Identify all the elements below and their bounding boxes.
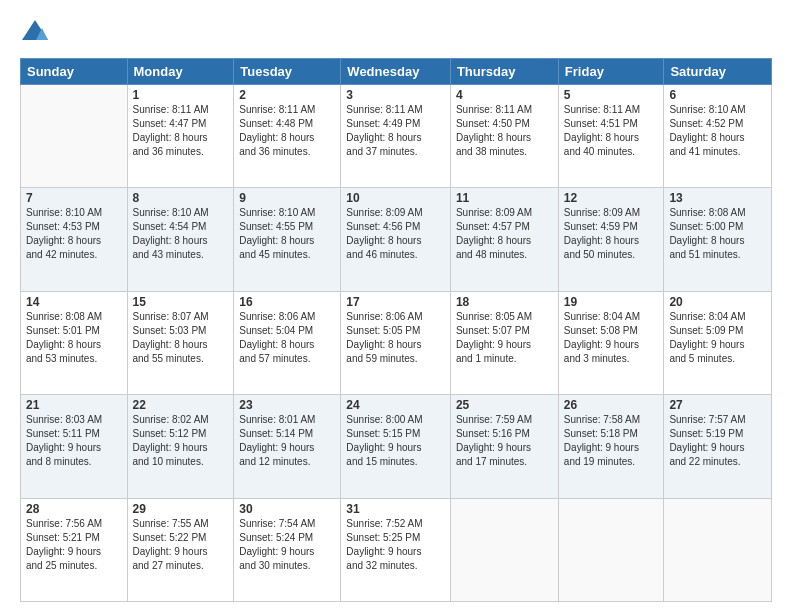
- day-cell: 29Sunrise: 7:55 AM Sunset: 5:22 PM Dayli…: [127, 498, 234, 601]
- day-number: 5: [564, 88, 659, 102]
- day-cell: 31Sunrise: 7:52 AM Sunset: 5:25 PM Dayli…: [341, 498, 451, 601]
- day-number: 12: [564, 191, 659, 205]
- day-info: Sunrise: 8:04 AM Sunset: 5:08 PM Dayligh…: [564, 310, 659, 366]
- day-info: Sunrise: 8:07 AM Sunset: 5:03 PM Dayligh…: [133, 310, 229, 366]
- day-cell: 9Sunrise: 8:10 AM Sunset: 4:55 PM Daylig…: [234, 188, 341, 291]
- day-number: 20: [669, 295, 766, 309]
- day-number: 10: [346, 191, 445, 205]
- day-cell: 26Sunrise: 7:58 AM Sunset: 5:18 PM Dayli…: [558, 395, 664, 498]
- day-number: 8: [133, 191, 229, 205]
- day-cell: [21, 85, 128, 188]
- day-cell: 17Sunrise: 8:06 AM Sunset: 5:05 PM Dayli…: [341, 291, 451, 394]
- day-number: 19: [564, 295, 659, 309]
- day-number: 26: [564, 398, 659, 412]
- day-info: Sunrise: 8:11 AM Sunset: 4:51 PM Dayligh…: [564, 103, 659, 159]
- day-cell: 20Sunrise: 8:04 AM Sunset: 5:09 PM Dayli…: [664, 291, 772, 394]
- day-info: Sunrise: 8:09 AM Sunset: 4:59 PM Dayligh…: [564, 206, 659, 262]
- logo: [20, 18, 54, 48]
- header-cell-thursday: Thursday: [450, 59, 558, 85]
- day-number: 28: [26, 502, 122, 516]
- day-info: Sunrise: 7:54 AM Sunset: 5:24 PM Dayligh…: [239, 517, 335, 573]
- day-info: Sunrise: 8:01 AM Sunset: 5:14 PM Dayligh…: [239, 413, 335, 469]
- day-cell: 7Sunrise: 8:10 AM Sunset: 4:53 PM Daylig…: [21, 188, 128, 291]
- day-cell: 25Sunrise: 7:59 AM Sunset: 5:16 PM Dayli…: [450, 395, 558, 498]
- day-cell: 22Sunrise: 8:02 AM Sunset: 5:12 PM Dayli…: [127, 395, 234, 498]
- day-number: 16: [239, 295, 335, 309]
- day-cell: 14Sunrise: 8:08 AM Sunset: 5:01 PM Dayli…: [21, 291, 128, 394]
- day-info: Sunrise: 8:00 AM Sunset: 5:15 PM Dayligh…: [346, 413, 445, 469]
- day-number: 9: [239, 191, 335, 205]
- day-info: Sunrise: 8:03 AM Sunset: 5:11 PM Dayligh…: [26, 413, 122, 469]
- day-info: Sunrise: 8:09 AM Sunset: 4:57 PM Dayligh…: [456, 206, 553, 262]
- day-number: 13: [669, 191, 766, 205]
- logo-icon: [20, 18, 50, 48]
- day-cell: 27Sunrise: 7:57 AM Sunset: 5:19 PM Dayli…: [664, 395, 772, 498]
- day-cell: 19Sunrise: 8:04 AM Sunset: 5:08 PM Dayli…: [558, 291, 664, 394]
- day-cell: 3Sunrise: 8:11 AM Sunset: 4:49 PM Daylig…: [341, 85, 451, 188]
- day-info: Sunrise: 8:08 AM Sunset: 5:00 PM Dayligh…: [669, 206, 766, 262]
- day-info: Sunrise: 8:11 AM Sunset: 4:47 PM Dayligh…: [133, 103, 229, 159]
- day-cell: 24Sunrise: 8:00 AM Sunset: 5:15 PM Dayli…: [341, 395, 451, 498]
- day-info: Sunrise: 8:10 AM Sunset: 4:54 PM Dayligh…: [133, 206, 229, 262]
- day-number: 31: [346, 502, 445, 516]
- week-row-3: 14Sunrise: 8:08 AM Sunset: 5:01 PM Dayli…: [21, 291, 772, 394]
- day-info: Sunrise: 7:57 AM Sunset: 5:19 PM Dayligh…: [669, 413, 766, 469]
- day-info: Sunrise: 8:10 AM Sunset: 4:53 PM Dayligh…: [26, 206, 122, 262]
- calendar-header: SundayMondayTuesdayWednesdayThursdayFrid…: [21, 59, 772, 85]
- day-number: 29: [133, 502, 229, 516]
- day-cell: 30Sunrise: 7:54 AM Sunset: 5:24 PM Dayli…: [234, 498, 341, 601]
- day-cell: 18Sunrise: 8:05 AM Sunset: 5:07 PM Dayli…: [450, 291, 558, 394]
- day-info: Sunrise: 8:09 AM Sunset: 4:56 PM Dayligh…: [346, 206, 445, 262]
- header-cell-sunday: Sunday: [21, 59, 128, 85]
- week-row-5: 28Sunrise: 7:56 AM Sunset: 5:21 PM Dayli…: [21, 498, 772, 601]
- day-info: Sunrise: 8:04 AM Sunset: 5:09 PM Dayligh…: [669, 310, 766, 366]
- day-info: Sunrise: 8:02 AM Sunset: 5:12 PM Dayligh…: [133, 413, 229, 469]
- calendar-table: SundayMondayTuesdayWednesdayThursdayFrid…: [20, 58, 772, 602]
- week-row-2: 7Sunrise: 8:10 AM Sunset: 4:53 PM Daylig…: [21, 188, 772, 291]
- day-cell: [558, 498, 664, 601]
- week-row-1: 1Sunrise: 8:11 AM Sunset: 4:47 PM Daylig…: [21, 85, 772, 188]
- header-cell-friday: Friday: [558, 59, 664, 85]
- day-number: 7: [26, 191, 122, 205]
- day-info: Sunrise: 7:55 AM Sunset: 5:22 PM Dayligh…: [133, 517, 229, 573]
- day-info: Sunrise: 7:52 AM Sunset: 5:25 PM Dayligh…: [346, 517, 445, 573]
- day-number: 23: [239, 398, 335, 412]
- day-number: 6: [669, 88, 766, 102]
- day-number: 11: [456, 191, 553, 205]
- day-info: Sunrise: 7:56 AM Sunset: 5:21 PM Dayligh…: [26, 517, 122, 573]
- calendar-container: SundayMondayTuesdayWednesdayThursdayFrid…: [0, 0, 792, 612]
- day-cell: 12Sunrise: 8:09 AM Sunset: 4:59 PM Dayli…: [558, 188, 664, 291]
- day-cell: 15Sunrise: 8:07 AM Sunset: 5:03 PM Dayli…: [127, 291, 234, 394]
- day-cell: 23Sunrise: 8:01 AM Sunset: 5:14 PM Dayli…: [234, 395, 341, 498]
- day-info: Sunrise: 8:11 AM Sunset: 4:48 PM Dayligh…: [239, 103, 335, 159]
- day-info: Sunrise: 8:06 AM Sunset: 5:04 PM Dayligh…: [239, 310, 335, 366]
- day-number: 27: [669, 398, 766, 412]
- header-cell-wednesday: Wednesday: [341, 59, 451, 85]
- day-cell: 4Sunrise: 8:11 AM Sunset: 4:50 PM Daylig…: [450, 85, 558, 188]
- day-number: 3: [346, 88, 445, 102]
- day-cell: 2Sunrise: 8:11 AM Sunset: 4:48 PM Daylig…: [234, 85, 341, 188]
- day-number: 14: [26, 295, 122, 309]
- day-number: 17: [346, 295, 445, 309]
- day-number: 2: [239, 88, 335, 102]
- header-cell-monday: Monday: [127, 59, 234, 85]
- day-info: Sunrise: 8:08 AM Sunset: 5:01 PM Dayligh…: [26, 310, 122, 366]
- calendar-body: 1Sunrise: 8:11 AM Sunset: 4:47 PM Daylig…: [21, 85, 772, 602]
- day-cell: 16Sunrise: 8:06 AM Sunset: 5:04 PM Dayli…: [234, 291, 341, 394]
- day-cell: [450, 498, 558, 601]
- day-number: 15: [133, 295, 229, 309]
- day-info: Sunrise: 8:10 AM Sunset: 4:55 PM Dayligh…: [239, 206, 335, 262]
- day-cell: 5Sunrise: 8:11 AM Sunset: 4:51 PM Daylig…: [558, 85, 664, 188]
- day-number: 24: [346, 398, 445, 412]
- day-info: Sunrise: 8:11 AM Sunset: 4:50 PM Dayligh…: [456, 103, 553, 159]
- day-number: 30: [239, 502, 335, 516]
- day-cell: 8Sunrise: 8:10 AM Sunset: 4:54 PM Daylig…: [127, 188, 234, 291]
- day-info: Sunrise: 8:10 AM Sunset: 4:52 PM Dayligh…: [669, 103, 766, 159]
- day-info: Sunrise: 7:58 AM Sunset: 5:18 PM Dayligh…: [564, 413, 659, 469]
- day-cell: 1Sunrise: 8:11 AM Sunset: 4:47 PM Daylig…: [127, 85, 234, 188]
- day-cell: 21Sunrise: 8:03 AM Sunset: 5:11 PM Dayli…: [21, 395, 128, 498]
- day-number: 21: [26, 398, 122, 412]
- header-cell-saturday: Saturday: [664, 59, 772, 85]
- day-number: 4: [456, 88, 553, 102]
- day-cell: 6Sunrise: 8:10 AM Sunset: 4:52 PM Daylig…: [664, 85, 772, 188]
